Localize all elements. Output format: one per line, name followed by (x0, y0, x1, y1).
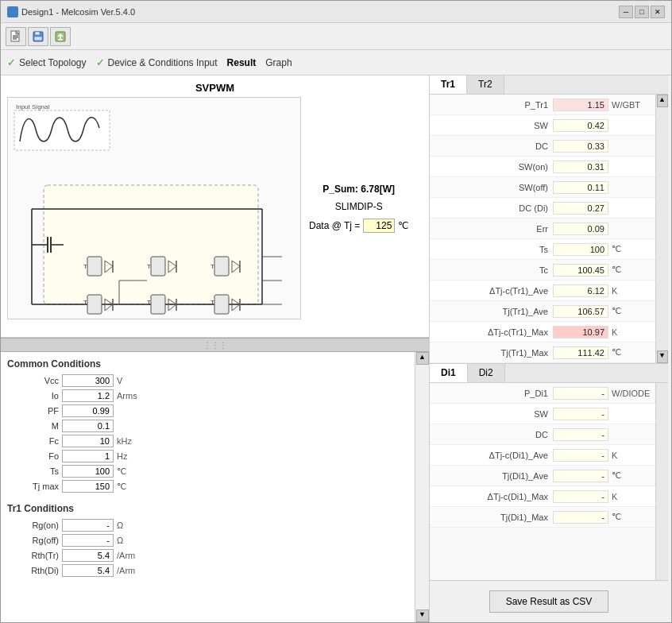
svg-rect-22 (87, 257, 102, 276)
rthdi-label: Rth(Di) (7, 566, 59, 575)
maximize-button[interactable]: □ (635, 6, 649, 18)
tj-input[interactable] (363, 219, 395, 233)
di-tab-bar: Di1 Di2 (430, 364, 668, 383)
di-data-panel: Di1 Di2 P_Di1 - W/DIODE SW (430, 364, 668, 622)
rgon-label: Rg(on) (7, 520, 59, 530)
title-bar: Design1 - Melcosim Ver.5.4.0 ─ □ ✕ (1, 1, 671, 23)
fo-input[interactable] (62, 450, 114, 462)
tr-data-panel: Tr1 Tr2 P_Tr1 1.15 W/GBT (430, 75, 668, 364)
rgoff-input[interactable] (62, 534, 114, 547)
left-panel: SVPWM Input Signal (1, 75, 430, 622)
tab-tr2[interactable]: Tr2 (467, 75, 504, 94)
p-sum-label: P_Sum: 6.78[W] (322, 184, 395, 195)
new-button[interactable] (6, 27, 26, 46)
di1-tj-ave-unit: ℃ (608, 470, 652, 481)
tr-scroll-up[interactable]: ▲ (657, 95, 668, 107)
tr1-row-dtj-max: ΔTj-c(Tr1)_Max 10.97 K (430, 322, 655, 342)
minimize-button[interactable]: ─ (619, 6, 633, 18)
svg-rect-34 (87, 295, 102, 314)
cond-row-io: Io Arms (7, 389, 408, 402)
tab-di2[interactable]: Di2 (468, 364, 505, 382)
di1-pdi1-unit: W/DIODE (608, 389, 652, 398)
tr1-tj-ave-value: 106.57 (553, 305, 608, 318)
conditions-check-icon: ✓ (96, 56, 105, 68)
nav-select-topology[interactable]: ✓ Select Topology (7, 56, 87, 68)
circuit-svg: Input Signal (7, 97, 301, 319)
rgon-input[interactable] (62, 519, 114, 532)
tr1-tab-label: Tr1 (441, 79, 455, 90)
tr1-tc-label: Tc (433, 265, 553, 275)
cond-row-vcc: Vcc V (7, 374, 408, 387)
di1-dc-label: DC (433, 430, 553, 439)
di1-tj-max-unit: ℃ (608, 512, 652, 522)
left-scrollbar[interactable]: ▲ ▼ (415, 352, 429, 622)
main-content: SVPWM Input Signal (1, 75, 671, 622)
tr1-err-value: 0.09 (553, 222, 608, 235)
rthtr-unit: /Arm (117, 551, 135, 560)
tr-scrollbar[interactable]: ▲ ▼ (655, 95, 668, 363)
fo-unit: Hz (117, 451, 127, 461)
conditions-panel: Common Conditions Vcc V Io Arms PF (1, 352, 415, 622)
di1-dtj-ave-value: - (553, 449, 608, 462)
new-icon (10, 30, 22, 43)
save-csv-button[interactable]: Save Result as CSV (489, 590, 609, 613)
nav-graph-label: Graph (265, 57, 292, 68)
rthdi-input[interactable] (62, 564, 114, 577)
circuit-diagram: Input Signal (7, 97, 423, 319)
save-button[interactable] (28, 27, 48, 46)
export-button[interactable] (50, 27, 71, 46)
nav-conditions[interactable]: ✓ Device & Conditions Input (96, 56, 218, 68)
di1-row-tj-max: Tj(Di1)_Max - ℃ (430, 507, 655, 528)
tjmax-input[interactable] (62, 480, 114, 493)
tr1-dtj-ave-label: ΔTj-c(Tr1)_Ave (433, 286, 553, 296)
panel-divider[interactable]: ⋮⋮⋮ (1, 338, 429, 352)
rgoff-label: Rg(off) (7, 536, 59, 545)
close-button[interactable]: ✕ (651, 6, 665, 18)
circuit-area: SVPWM Input Signal (1, 75, 429, 338)
cond-row-rgoff: Rg(off) Ω (7, 534, 408, 547)
fc-input[interactable] (62, 435, 114, 447)
cond-row-pf: PF (7, 404, 408, 417)
di1-dc-value: - (553, 428, 608, 441)
tr1-data-table: P_Tr1 1.15 W/GBT SW 0.42 DC 0.33 (430, 95, 655, 363)
save-btn-row: Save Result as CSV (430, 580, 668, 622)
tjmax-label: Tj max (7, 482, 59, 491)
tr1-dtj-ave-value: 6.12 (553, 284, 608, 297)
di1-pdi1-label: P_Di1 (433, 389, 553, 398)
di1-row-tj-ave: Tj(Di1)_Ave - ℃ (430, 466, 655, 486)
rgon-unit: Ω (117, 520, 123, 530)
vcc-input[interactable] (62, 374, 114, 387)
bottom-panels: Common Conditions Vcc V Io Arms PF (1, 352, 429, 622)
pf-input[interactable] (62, 404, 114, 417)
ts-input[interactable] (62, 465, 114, 478)
tr1-dc-label: DC (433, 141, 553, 151)
fo-label: Fo (7, 451, 59, 461)
di1-row-pdi1: P_Di1 - W/DIODE (430, 383, 655, 404)
rthtr-input[interactable] (62, 549, 114, 562)
tr1-header-row: P_Tr1 1.15 W/GBT (430, 95, 655, 115)
nav-result[interactable]: Result (227, 57, 257, 68)
svg-rect-42 (214, 295, 229, 314)
tr1-row-tj-ave: Tj(Tr1)_Ave 106.57 ℃ (430, 301, 655, 322)
fc-label: Fc (7, 436, 59, 446)
m-input[interactable] (62, 420, 114, 432)
tr1-sw-label: SW (433, 121, 553, 130)
scroll-down-btn[interactable]: ▼ (416, 609, 429, 622)
tab-tr1[interactable]: Tr1 (430, 75, 467, 94)
tr-scroll-down[interactable]: ▼ (657, 350, 668, 363)
io-input[interactable] (62, 389, 114, 402)
scroll-up-btn[interactable]: ▲ (416, 352, 429, 365)
tab-di1[interactable]: Di1 (430, 364, 468, 382)
nav-graph[interactable]: Graph (265, 57, 292, 68)
nav-bar: ✓ Select Topology ✓ Device & Conditions … (1, 50, 671, 75)
topology-check-icon: ✓ (7, 56, 16, 68)
tr1-err-label: Err (433, 224, 553, 234)
tr1-dc-value: 0.33 (553, 140, 608, 153)
tr1-ts-unit: ℃ (608, 244, 652, 254)
rthtr-label: Rth(Tr) (7, 551, 59, 560)
tr-tab-bar: Tr1 Tr2 (430, 75, 668, 95)
di1-dtj-ave-unit: K (608, 451, 652, 460)
tr1-swoff-value: 0.11 (553, 181, 608, 194)
vcc-label: Vcc (7, 376, 59, 385)
tr1-swoff-label: SW(off) (433, 183, 553, 192)
